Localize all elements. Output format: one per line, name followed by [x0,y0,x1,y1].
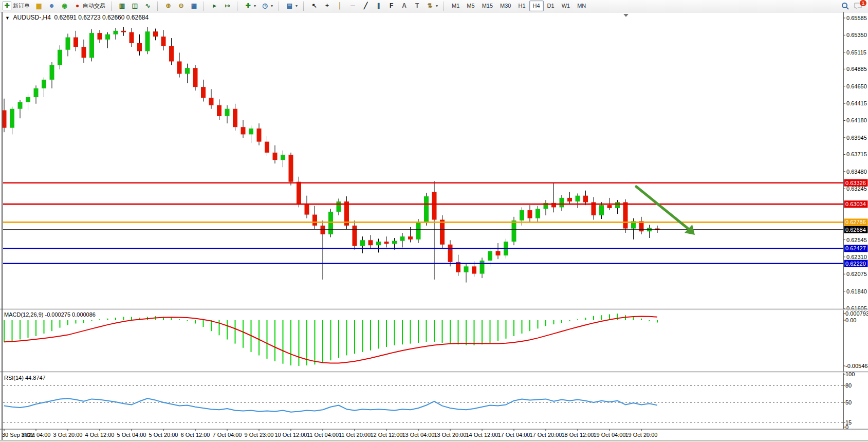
auto-trading-button[interactable]: ● 自动交易 [71,0,108,12]
time-tick-label: 5 Oct 20:00 [149,432,178,438]
new-order-button[interactable]: ✚ 新订单 [0,0,32,12]
timeframe-button-h1[interactable]: H1 [514,1,529,11]
candle-body [193,68,198,87]
zoom-out-button[interactable]: ⊖ [175,0,188,12]
search-icon[interactable] [841,2,849,10]
gold-bars-icon: ▆ [35,2,43,10]
candle-body [408,236,413,240]
candle-body [18,102,23,109]
candle-body [480,261,485,274]
channel-icon: ∥ [375,2,382,10]
label-icon: T [413,2,421,10]
candles-mode-button[interactable]: ◫ [128,0,141,12]
signal-button[interactable]: ◉ [58,0,71,12]
candle-body [623,202,628,228]
line-mode-button[interactable]: ∿ [141,0,154,12]
time-tick-label: 17 Oct 20:00 [530,432,562,438]
candle-body [599,205,604,215]
tile-windows-button[interactable]: ▦ [188,0,200,12]
fibonacci-button[interactable]: F [385,0,398,12]
candle-body [50,65,54,80]
candle-body [440,220,445,245]
candle-body [576,196,580,201]
candle-body [560,198,564,207]
candle-body [607,205,612,208]
price-tick-label: 0.61840 [846,288,867,294]
candle-body [161,36,166,46]
price-tick-label: 0.62075 [846,271,867,277]
price-level-badge-label: 0.63034 [845,201,866,207]
cursor-icon: ↖ [310,2,318,10]
price-tick-label: 0.64650 [846,83,867,89]
arrows-button[interactable]: ⇅▾ [423,0,440,12]
time-tick-label: 11 Oct 20:00 [339,432,371,438]
text-button[interactable]: A [398,0,411,12]
candle-body [58,50,62,65]
rsi-axis-label: 50 [845,399,852,406]
time-tick-label: 13 Oct 20:00 [434,432,467,438]
periods-button[interactable]: ◷▾ [258,0,275,12]
horizontal-line-button[interactable]: ─ [346,0,359,12]
channel-button[interactable]: ∥ [372,0,385,12]
candle-body [392,241,397,244]
indicators-button[interactable]: ✚▾ [242,0,258,12]
time-tick-label: 5 Oct 04:00 [117,432,146,438]
price-tick-label: 0.63715 [846,151,867,157]
time-tick-label: 10 Oct 12:00 [275,432,307,438]
headset-icon: ☻ [48,2,56,10]
fibonacci-icon: F [387,2,395,10]
candle-body [424,196,429,222]
candle-body [42,80,46,88]
headset-button[interactable]: ☻ [45,0,58,12]
price-tick-label: 0.63245 [846,186,867,192]
timeframe-button-m1[interactable]: M1 [448,1,463,11]
macd-axis-label: 0.00 [845,317,856,323]
time-tick-label: 18 Oct 12:00 [562,432,594,438]
chart-title: ▼ AUDUSD-,H4 0.62691 0.62723 0.62660 0.6… [5,14,149,21]
timeframe-button-w1[interactable]: W1 [558,1,574,11]
vertical-line-icon: │ [336,2,344,10]
candle-body [82,47,86,58]
trendline-icon: ╱ [362,2,370,10]
bars-mode-button[interactable]: ▥ [116,0,128,12]
timeframe-button-m15[interactable]: M15 [478,1,496,11]
templates-button[interactable]: ▤▾ [283,0,300,12]
timeframe-toolbar: M1M5M15M30H1H4D1W1MN [448,0,589,12]
vertical-line-button[interactable]: │ [334,0,346,12]
chat-icon[interactable]: 1 [854,2,863,10]
timeframe-button-m30[interactable]: M30 [496,1,514,11]
candle-body [496,251,501,256]
candle-body [528,210,532,218]
candle-body [464,266,469,272]
gold-bars-button[interactable]: ▆ [32,0,45,12]
timeframe-button-mn[interactable]: MN [574,1,589,11]
timeframe-button-d1[interactable]: D1 [544,1,558,11]
rsi-axis-label: 100 [845,371,855,377]
chevron-down-icon: ▾ [296,4,298,8]
candle-body [416,222,421,240]
zoom-in-button[interactable]: ⊕ [162,0,175,12]
auto-scroll-button[interactable]: ▸ [208,0,221,12]
timeframe-button-h4[interactable]: H4 [529,1,544,11]
price-tick-label: 0.63480 [846,169,867,175]
chevron-down-icon[interactable]: ▼ [5,15,10,21]
cursor-button[interactable]: ↖ [308,0,321,12]
trendline-button[interactable]: ╱ [359,0,372,12]
price-level-badge-label: 0.62684 [845,227,866,233]
time-tick-label: 12 Oct 12:00 [371,432,403,438]
candle-body [368,240,373,245]
candle-body [185,68,190,73]
price-tick-label: 0.65350 [846,32,867,38]
label-button[interactable]: T [411,0,423,12]
candle-body [177,61,182,73]
price-level-badge-label: 0.63326 [845,180,866,186]
candle-body [281,155,285,160]
new-order-icon: ✚ [3,2,11,10]
candle-body [376,242,381,245]
toolbar-separator [157,2,160,11]
bars-mode-icon: ▥ [118,2,126,10]
chart-shift-button[interactable]: ↦ [221,0,234,12]
chart-shift-icon: ↦ [224,2,231,10]
timeframe-button-m5[interactable]: M5 [463,1,478,11]
crosshair-button[interactable]: + [321,0,334,12]
